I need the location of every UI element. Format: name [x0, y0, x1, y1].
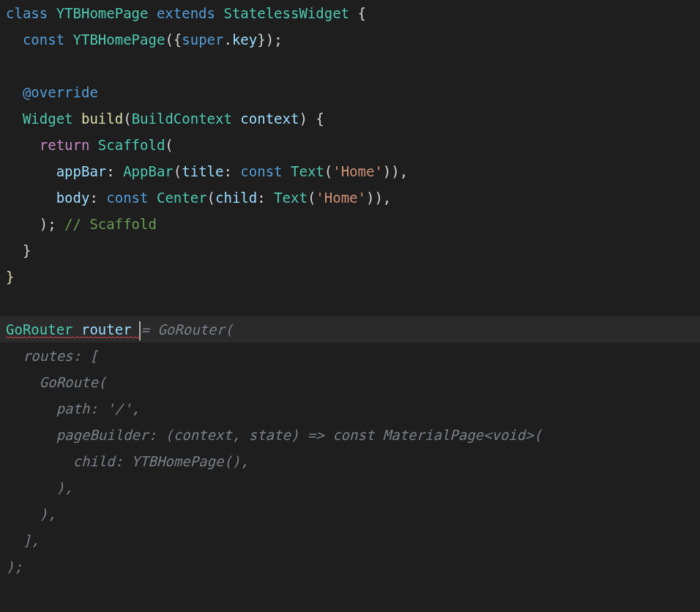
punct-token: :: [106, 163, 123, 179]
type-token: Widget: [23, 111, 81, 127]
ghost-token: [6, 348, 23, 364]
type-token: Text: [274, 190, 308, 206]
ghost-token: [6, 479, 56, 496]
indent: [6, 163, 56, 179]
type-token: Scaffold: [98, 137, 165, 153]
punct-token: :: [257, 190, 274, 206]
indent: [6, 190, 56, 206]
ghost-token: ],: [23, 532, 40, 548]
punct-token: (: [174, 163, 182, 179]
indent: [6, 31, 23, 48]
type-token: Text: [291, 163, 324, 179]
ident-token: child: [215, 190, 257, 206]
ghost-line[interactable]: GoRoute(: [0, 369, 700, 395]
code-line-current[interactable]: GoRouter router = GoRouter(: [0, 316, 700, 343]
punct-token: )),: [383, 163, 408, 179]
type-token: BuildContext: [132, 111, 241, 127]
ghost-token: pageBuilder: (context, state) => const M…: [56, 427, 542, 443]
punct-token: ({: [165, 31, 182, 48]
string-token: 'Home': [316, 190, 366, 206]
punct-token: });: [257, 31, 282, 48]
punct-token: :: [223, 163, 240, 179]
code-line[interactable]: }: [0, 237, 700, 264]
ghost-token: [6, 374, 40, 390]
ghost-token: child: YTBHomePage(),: [73, 453, 249, 469]
indent: [6, 137, 40, 153]
comment-token: // Scaffold: [56, 216, 157, 232]
punct-token: (: [308, 190, 316, 206]
code-line[interactable]: return Scaffold(: [0, 132, 700, 158]
annotation-token: @override: [23, 84, 98, 100]
type-token: YTBHomePage: [56, 5, 157, 21]
keyword-token: class: [6, 5, 56, 21]
punct-token: .: [223, 31, 231, 48]
ident-token: title: [182, 163, 223, 179]
string-token: 'Home': [332, 163, 383, 179]
type-token-error: GoRouter: [6, 321, 81, 337]
code-editor[interactable]: class YTBHomePage extends StatelessWidge…: [0, 0, 700, 612]
code-line[interactable]: body: const Center(child: Text('Home')),: [0, 184, 700, 211]
punct-token: );: [40, 216, 56, 232]
ghost-token: [6, 427, 56, 443]
ghost-token: routes: [: [23, 348, 98, 364]
ghost-token: = GoRouter(: [141, 321, 234, 337]
indent: [6, 84, 23, 100]
code-line[interactable]: @override: [0, 79, 700, 105]
code-line[interactable]: }: [0, 264, 700, 290]
type-token: YTBHomePage: [73, 31, 165, 48]
type-token: Center: [157, 190, 207, 206]
func-token: build: [81, 111, 123, 127]
indent: [6, 111, 23, 127]
keyword-token: super: [182, 31, 223, 48]
indent: [6, 216, 40, 232]
punct-token: (: [207, 190, 215, 206]
ghost-token: ),: [56, 479, 73, 496]
ghost-line[interactable]: routes: [: [0, 343, 700, 369]
code-line[interactable]: ); // Scaffold: [0, 211, 700, 237]
ghost-line[interactable]: child: YTBHomePage(),: [0, 448, 700, 474]
brace-token: {: [357, 5, 365, 21]
ghost-line[interactable]: ),: [0, 474, 700, 501]
ghost-token: [6, 506, 40, 522]
keyword-token: const: [106, 190, 157, 206]
brace-token: }: [6, 269, 14, 285]
keyword-token: const: [23, 31, 73, 48]
punct-token: :: [89, 190, 106, 206]
ident-token-error: router: [81, 321, 140, 337]
ghost-token: path: '/',: [56, 400, 140, 417]
ghost-token: [6, 400, 56, 417]
ident-token: context: [240, 111, 299, 127]
code-line[interactable]: Widget build(BuildContext context) {: [0, 105, 700, 132]
keyword-token: return: [40, 137, 98, 153]
brace-token: }: [23, 242, 31, 258]
punct-token: (: [165, 137, 173, 153]
punct-token: ) {: [299, 111, 324, 127]
ghost-line[interactable]: ],: [0, 527, 700, 553]
code-line[interactable]: [0, 290, 700, 316]
ghost-token: [6, 532, 23, 548]
ident-token: appBar: [56, 163, 107, 179]
ghost-token: );: [6, 559, 23, 575]
code-line[interactable]: class YTBHomePage extends StatelessWidge…: [0, 0, 700, 26]
code-line[interactable]: const YTBHomePage({super.key});: [0, 26, 700, 53]
punct-token: (: [324, 163, 332, 179]
ghost-line[interactable]: pageBuilder: (context, state) => const M…: [0, 422, 700, 448]
indent: [6, 242, 23, 258]
ghost-line[interactable]: path: '/',: [0, 395, 700, 422]
ghost-token: [6, 453, 73, 469]
ghost-line[interactable]: );: [0, 553, 700, 580]
type-token: StatelessWidget: [223, 5, 357, 21]
code-line[interactable]: [0, 53, 700, 79]
ident-token: key: [232, 31, 257, 48]
ghost-token: GoRoute(: [40, 374, 107, 390]
ghost-token: ),: [40, 506, 56, 522]
type-token: AppBar: [123, 163, 174, 179]
ghost-line[interactable]: ),: [0, 501, 700, 527]
keyword-token: const: [240, 163, 291, 179]
keyword-token: extends: [157, 5, 224, 21]
punct-token: (: [123, 111, 131, 127]
punct-token: )),: [366, 190, 391, 206]
ident-token: body: [56, 190, 90, 206]
code-line[interactable]: appBar: AppBar(title: const Text('Home')…: [0, 158, 700, 184]
